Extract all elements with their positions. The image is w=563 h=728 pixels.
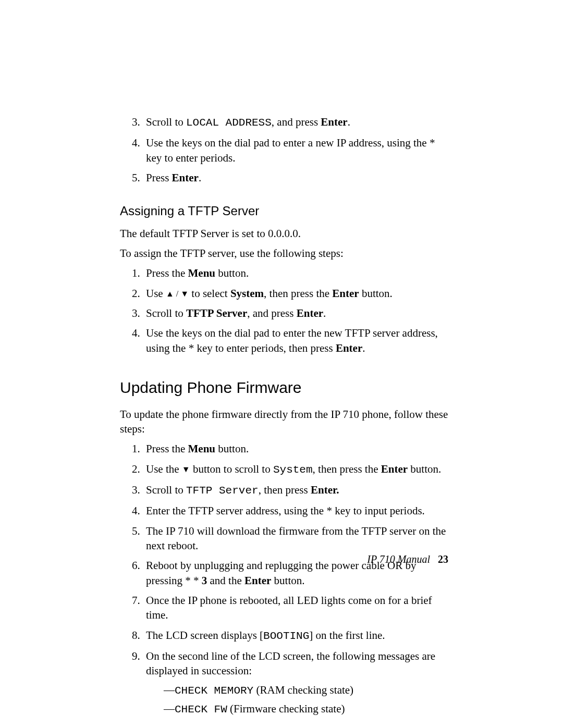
list-item: On the second line of the LCD screen, th… (143, 649, 448, 717)
code-text: CHECK FW (175, 704, 227, 715)
list-item: Press Enter. (143, 170, 448, 185)
text: Scroll to (146, 484, 186, 496)
bold-text: Menu (188, 267, 216, 279)
paragraph: To assign the TFTP server, use the follo… (120, 246, 448, 261)
bold-text: Enter. (311, 484, 339, 496)
text: Press the (146, 442, 188, 455)
paragraph: To update the phone firmware directly fr… (120, 407, 448, 437)
firmware-steps-list: Press the Menu button. Use the ▼ button … (120, 441, 448, 717)
text: . (323, 307, 326, 319)
list-item: Press the Menu button. (143, 266, 448, 280)
sub-message: —CHECK FW (Firmware checking state) (164, 701, 448, 717)
list-item: Scroll to LOCAL ADDRESS, and press Enter… (143, 115, 448, 130)
page-number: 23 (438, 553, 448, 565)
text: button. (215, 442, 249, 455)
bold-text: Enter (172, 171, 199, 184)
list-item: The IP 710 will download the firmware fr… (143, 524, 448, 553)
arrow-down-icon: ▼ (182, 465, 190, 474)
arrow-up-down-icon: ▲ / ▼ (166, 289, 189, 298)
bold-text: Enter (336, 342, 362, 354)
top-steps-list: Scroll to LOCAL ADDRESS, and press Enter… (120, 115, 448, 185)
list-item: Use the ▼ button to scroll to System, th… (143, 462, 448, 477)
bold-text: Enter (332, 287, 359, 300)
text: Enter the TFTP server address, using the… (146, 504, 425, 517)
code-text: System (273, 464, 313, 476)
text: Once the IP phone is rebooted, all LED l… (146, 594, 432, 621)
text: Use (146, 287, 166, 300)
text: Use the keys on the dial pad to enter a … (146, 137, 435, 164)
list-item: Use the keys on the dial pad to enter a … (143, 135, 448, 165)
text: button. (408, 463, 441, 475)
text: button. (215, 267, 249, 279)
heading-tftp: Assigning a TFTP Server (120, 203, 448, 219)
list-item: Press the Menu button. (143, 441, 448, 456)
text: Scroll to (146, 116, 186, 128)
sub-message: —CHECK MEMORY (RAM checking state) (164, 683, 448, 698)
list-item: The LCD screen displays [BOOTING] on the… (143, 628, 448, 644)
heading-firmware: Updating Phone Firmware (120, 377, 448, 399)
text: Press (146, 171, 172, 184)
list-item: Use ▲ / ▼ to select System, then press t… (143, 286, 448, 301)
text: , then press (259, 484, 311, 496)
text: and the (207, 574, 244, 587)
text: . (348, 116, 350, 128)
text: The LCD screen displays [ (146, 629, 263, 641)
sub-message-list: —CHECK MEMORY (RAM checking state) —CHEC… (146, 683, 448, 718)
list-item: Scroll to TFTP Server, and press Enter. (143, 306, 448, 320)
dash: — (164, 702, 175, 715)
text: . (362, 342, 365, 354)
dash: — (164, 684, 175, 696)
text: . (199, 171, 201, 184)
code-text: CHECK MEMORY (175, 685, 253, 697)
bold-text: TFTP Server (186, 307, 247, 319)
text: Press the (146, 267, 188, 279)
text: (RAM checking state) (253, 684, 353, 696)
text: The IP 710 will download the firmware fr… (146, 525, 446, 552)
bold-text: System (230, 287, 264, 300)
code-text: LOCAL ADDRESS (186, 117, 272, 129)
text: Scroll to (146, 307, 186, 319)
list-item: Once the IP phone is rebooted, all LED l… (143, 593, 448, 623)
bold-text: 3 (202, 574, 207, 587)
text: button to scroll to (190, 463, 273, 475)
text: button. (271, 574, 304, 587)
list-item: Enter the TFTP server address, using the… (143, 503, 448, 518)
text: Use the (146, 463, 182, 475)
text: , and press (272, 116, 321, 128)
page-footer: IP 710 Manual 23 (367, 552, 448, 566)
text: Use the keys on the dial pad to enter th… (146, 327, 438, 354)
text: button. (359, 287, 393, 300)
list-item: Use the keys on the dial pad to enter th… (143, 326, 448, 355)
text: , and press (247, 307, 296, 319)
text: to select (189, 287, 230, 300)
bold-text: Enter (381, 463, 408, 475)
text: , then press the (264, 287, 332, 300)
tftp-steps-list: Press the Menu button. Use ▲ / ▼ to sele… (120, 266, 448, 355)
text: ] on the first line. (309, 629, 385, 641)
paragraph: The default TFTP Server is set to 0.0.0.… (120, 226, 448, 241)
text: On the second line of the LCD screen, th… (146, 650, 435, 677)
list-item: Scroll to TFTP Server, then press Enter. (143, 483, 448, 498)
code-text: BOOTING (263, 630, 309, 642)
manual-title: IP 710 Manual (367, 553, 430, 565)
bold-text: Menu (188, 442, 216, 455)
text: (Firmware checking state) (227, 702, 345, 715)
bold-text: Enter (297, 307, 323, 319)
bold-text: Enter (321, 116, 347, 128)
text: , then press the (313, 463, 381, 475)
document-page: Scroll to LOCAL ADDRESS, and press Enter… (0, 0, 563, 728)
code-text: TFTP Server (186, 485, 259, 497)
bold-text: Enter (244, 574, 271, 587)
